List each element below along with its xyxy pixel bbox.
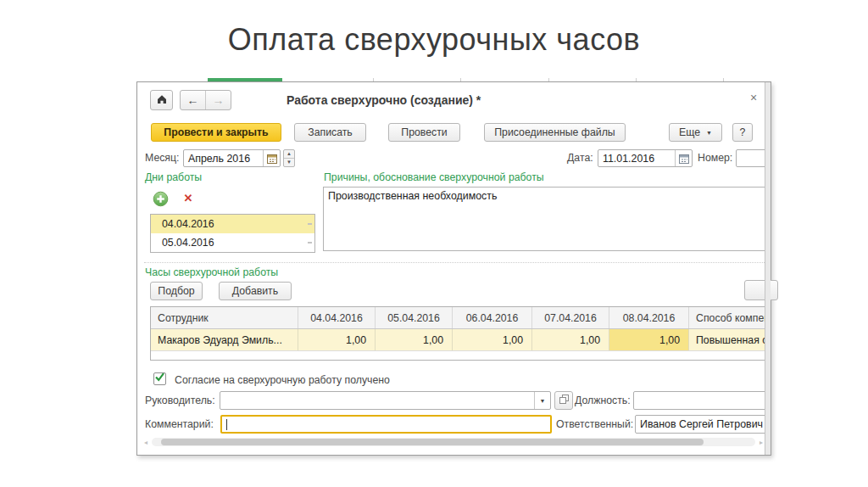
column-header-compensation: Способ компенса [689, 307, 771, 328]
work-day-value: 05.04.2016 [162, 237, 214, 249]
list-item[interactable]: 05.04.2016 [151, 233, 314, 252]
month-label: Месяц: [145, 152, 180, 164]
home-icon [156, 92, 168, 108]
responsible-input[interactable]: Иванов Сергей Петрович [635, 415, 768, 434]
delete-day-button[interactable]: ✕ [181, 192, 196, 207]
add-row-button[interactable]: Добавить [219, 282, 292, 300]
scrollbar-thumb[interactable] [161, 439, 704, 445]
column-header-date: 07.04.2016 [532, 307, 609, 328]
open-link-button[interactable] [554, 391, 573, 410]
position-input[interactable] [633, 391, 768, 410]
plus-icon [153, 195, 169, 210]
hours-cell[interactable]: 1,00 [376, 329, 453, 350]
slide-title: Оплата сверхурочных часов [0, 22, 868, 58]
help-button[interactable]: ? [732, 123, 753, 142]
horizontal-scrollbar[interactable]: ◂ ▸ [144, 438, 763, 447]
comment-input[interactable] [220, 415, 552, 434]
chevron-down-icon[interactable]: ▼ [534, 392, 550, 409]
date-label: Дата: [567, 152, 593, 164]
compensation-cell[interactable]: Повышенная опла [689, 329, 771, 350]
calendar-icon[interactable] [675, 150, 692, 166]
attached-files-button[interactable]: Присоединенные файлы [484, 123, 626, 142]
pick-button[interactable]: Подбор [150, 282, 203, 300]
position-label: Должность: [575, 395, 631, 406]
overtime-table: Сотрудник 04.04.2016 05.04.2016 06.04.20… [150, 306, 771, 361]
table-header-row: Сотрудник 04.04.2016 05.04.2016 06.04.20… [151, 307, 770, 329]
open-link-icon [559, 394, 570, 407]
responsible-label: Ответственный: [556, 418, 633, 430]
hours-cell[interactable]: 1,00 [532, 329, 609, 350]
work-days-label: Дни работы [145, 171, 202, 183]
month-stepper[interactable]: ▲ ▼ [283, 149, 295, 167]
scroll-left-icon[interactable]: ◂ [144, 439, 147, 446]
back-icon[interactable]: ← [181, 91, 206, 109]
month-input[interactable]: Апрель 2016 [183, 149, 281, 167]
post-and-close-button[interactable]: Провести и закрыть [151, 123, 281, 142]
column-header-date: 06.04.2016 [453, 307, 532, 328]
month-value: Апрель 2016 [184, 153, 263, 165]
section-divider [144, 262, 765, 263]
hours-cell[interactable]: 1,00 [453, 329, 532, 350]
scroll-right-icon[interactable]: ▸ [760, 439, 763, 446]
column-header-employee: Сотрудник [151, 307, 298, 328]
hours-cell[interactable]: 1,00 [298, 329, 376, 350]
spinner-down-icon[interactable]: ▼ [284, 159, 294, 166]
number-label: Номер: [698, 152, 732, 164]
forward-icon[interactable]: → [206, 91, 231, 109]
close-icon[interactable]: × [746, 90, 761, 105]
overtime-hours-label: Часы сверхурочной работы [145, 266, 278, 278]
spinner-up-icon[interactable]: ▲ [284, 150, 294, 159]
reasons-textarea[interactable]: Производственная необходимость [323, 187, 768, 251]
more-button-label: Еще [679, 126, 700, 138]
text-caret [226, 419, 227, 430]
employee-cell[interactable]: Макаров Эдуард Эмиль... [151, 329, 298, 350]
date-input[interactable]: 11.01.2016 [598, 149, 693, 167]
list-item[interactable]: 04.04.2016 [151, 215, 314, 233]
table-more-button-clipped[interactable] [744, 280, 778, 300]
hours-cell-selected[interactable]: 1,00 [609, 329, 689, 350]
list-scrollmark [308, 223, 312, 225]
manager-label: Руководитель: [145, 395, 215, 406]
scrollbar-track[interactable] [152, 438, 755, 446]
home-button[interactable] [150, 90, 173, 110]
work-day-value: 04.04.2016 [162, 218, 214, 230]
column-header-date: 05.04.2016 [376, 307, 453, 328]
nav-button-group: ← → [180, 90, 231, 110]
column-header-date: 04.04.2016 [298, 307, 376, 328]
date-value: 11.01.2016 [598, 153, 675, 165]
consent-checkbox[interactable] [153, 372, 166, 385]
table-row: Макаров Эдуард Эмиль... 1,00 1,00 1,00 1… [151, 329, 770, 351]
work-days-list: 04.04.2016 05.04.2016 [150, 214, 315, 253]
vertical-scrollbar[interactable] [765, 82, 771, 455]
list-scrollmark [308, 242, 312, 244]
delete-x-icon: ✕ [184, 192, 193, 204]
chevron-down-icon: ▼ [706, 130, 712, 136]
reasons-label: Причины, обоснование сверхурочной работы [324, 171, 544, 183]
document-window: ← → Работа сверхурочно (создание) * × Пр… [136, 81, 771, 456]
more-button[interactable]: Еще ▼ [669, 123, 722, 142]
calendar-icon[interactable] [263, 150, 280, 166]
responsible-value: Иванов Сергей Петрович [636, 418, 767, 430]
add-day-button[interactable] [153, 191, 169, 207]
post-button[interactable]: Провести [388, 123, 460, 142]
comment-label: Комментарий: [145, 418, 214, 430]
write-button[interactable]: Записать [294, 123, 366, 142]
window-title: Работа сверхурочно (создание) * [287, 93, 481, 107]
check-icon [153, 371, 166, 387]
number-input[interactable] [736, 149, 768, 167]
column-header-date: 08.04.2016 [609, 307, 689, 328]
consent-label: Согласие на сверхурочную работу получено [175, 374, 390, 386]
manager-input[interactable]: ▼ [220, 391, 551, 410]
slide: Оплата сверхурочных часов ← → Работа све… [0, 0, 868, 487]
